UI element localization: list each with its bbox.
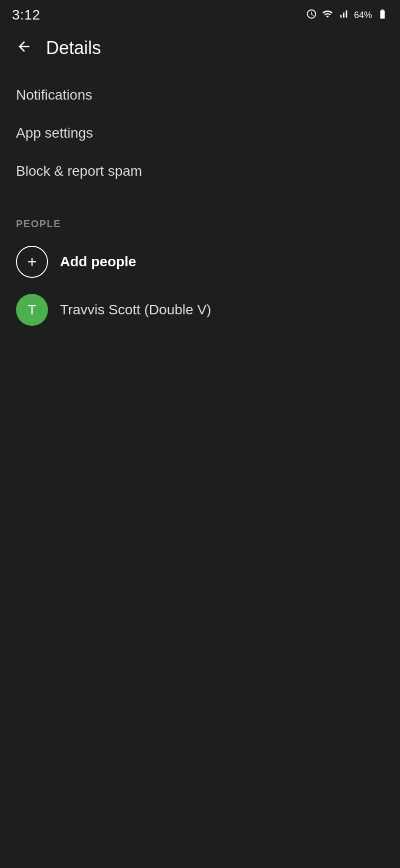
avatar-initial: T	[28, 302, 36, 318]
menu-item-app-settings-label: App settings	[16, 125, 93, 141]
people-list: + Add people T Travvis Scott (Double V)	[0, 234, 400, 338]
people-section-header: PEOPLE	[0, 210, 400, 234]
avatar-travvis-scott: T	[16, 294, 48, 326]
menu-item-notifications-label: Notifications	[16, 87, 92, 103]
page-title: Details	[46, 38, 101, 59]
alarm-icon	[306, 9, 317, 22]
signal-icon	[338, 9, 349, 22]
battery-icon	[377, 9, 388, 22]
menu-list: Notifications App settings Block & repor…	[0, 68, 400, 198]
add-people-plus-icon: +	[28, 254, 37, 270]
toolbar: Details	[0, 28, 400, 68]
status-bar: 3:12 64%	[0, 0, 400, 28]
menu-item-notifications[interactable]: Notifications	[0, 76, 400, 114]
add-people-label: Add people	[60, 254, 136, 270]
section-divider	[0, 198, 400, 210]
back-button[interactable]	[12, 36, 36, 60]
contact-name-travvis-scott: Travvis Scott (Double V)	[60, 302, 211, 318]
menu-item-block-report-label: Block & report spam	[16, 163, 142, 179]
status-time: 3:12	[12, 7, 40, 23]
people-section: PEOPLE + Add people T Travvis Scott (Dou…	[0, 210, 400, 338]
wifi-icon	[322, 9, 333, 22]
add-people-item[interactable]: + Add people	[0, 238, 400, 286]
battery-percent: 64%	[354, 10, 372, 21]
contact-item-travvis-scott[interactable]: T Travvis Scott (Double V)	[0, 286, 400, 334]
status-icons: 64%	[306, 9, 388, 22]
menu-item-block-report[interactable]: Block & report spam	[0, 152, 400, 190]
menu-item-app-settings[interactable]: App settings	[0, 114, 400, 152]
back-arrow-icon	[16, 39, 32, 58]
add-people-circle: +	[16, 246, 48, 278]
